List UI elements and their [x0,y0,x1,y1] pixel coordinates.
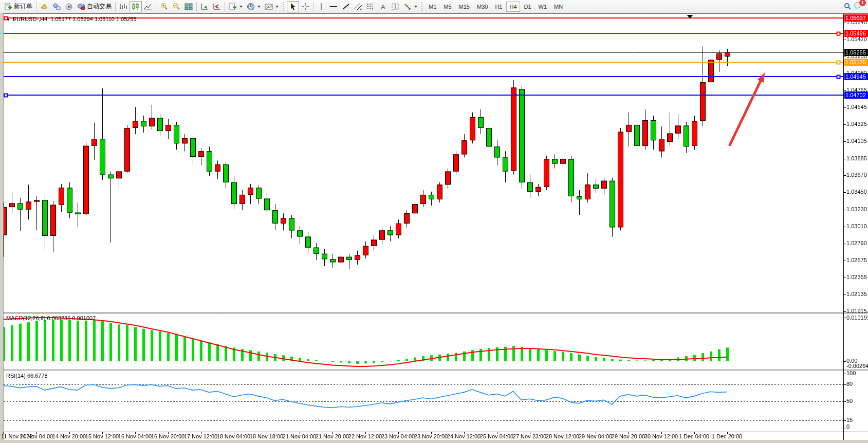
horizontal-line-icon [329,3,338,11]
fibonacci-icon: F [366,3,375,11]
candlestick-icon [132,3,140,11]
zoom-out-icon [172,3,180,11]
market-watch-button[interactable] [50,1,63,12]
macd-label: MACD(12,26,9) 0.003235 0.001007 [6,315,96,321]
channel-button[interactable]: E [352,1,364,12]
crosshair-button[interactable] [299,1,311,12]
tab-timeframe-MN[interactable]: MN [551,2,566,12]
tab-timeframe-M15[interactable]: M15 [456,2,473,12]
chevron-down-icon [239,6,243,8]
zoom-in-icon [160,3,168,11]
fibonacci-button[interactable]: F [364,1,377,12]
new-order-icon [4,3,12,11]
rsi-scale-label: 0 [846,423,849,430]
toolbar-separator [36,2,36,11]
date-tick-label: 24 Nov 12:00 [447,433,481,439]
date-tick-label: 25 Nov 04:00 [480,433,513,439]
shapes-dropdown[interactable] [401,1,419,12]
toolbar-separator [225,2,225,11]
cursor-button[interactable] [287,1,299,12]
new-order-label: 新订单 [14,2,32,11]
zoom-in-button[interactable] [158,1,170,12]
chevron-down-icon [257,6,261,8]
price-tick-label: 1.02135 [846,291,867,297]
toolbar: 新订单 自动交易 E F A T [0,0,868,13]
svg-text:F: F [372,7,374,10]
rsi-scale-label: 15 [846,417,853,423]
price-tick-label: 1.03230 [846,206,867,212]
price-line-badge: 1.05697 [844,14,868,22]
tab-timeframe-M30[interactable]: M30 [474,2,491,12]
search-icon [843,3,852,11]
text-label-button[interactable]: T [389,1,401,12]
date-tick-label: 29 Nov 04:00 [579,433,612,439]
rsi-scale-label: 80 [846,381,853,387]
line-chart-icon [144,3,152,11]
price-tick-label: 1.02575 [846,257,867,263]
periods-dropdown[interactable] [245,1,263,12]
price-line-badge: 1.04702 [844,91,868,99]
zoom-out-button[interactable] [170,1,182,12]
price-tick-label: 1.04325 [846,121,867,127]
notification-badge: 1 [859,0,866,6]
chart-title: ▼EURUSD-,H4 1.05177 1.05294 1.05110 1.05… [6,16,137,22]
wizard-icon [40,3,48,11]
timeframe-group: M1M5M15M30H1H4D1W1MN [426,2,566,12]
svg-text:E: E [360,7,362,10]
chart-canvas[interactable] [0,0,868,443]
new-order-button[interactable]: 新订单 [2,1,34,12]
toolbar-separator [196,2,197,11]
horizontal-line-button[interactable] [327,1,340,12]
rsi-label: RSI(14) 66.6778 [6,373,48,379]
price-tick-label: 1.03010 [846,223,867,229]
price-tick-label: 1.04105 [846,138,867,144]
date-tick-label: 29 Nov 20:00 [612,433,645,439]
tile-windows-button[interactable] [182,1,195,12]
notifications-button[interactable]: 1 [854,2,863,12]
tab-timeframe-H1[interactable]: H1 [492,2,505,12]
svg-text:T: T [394,4,397,10]
auto-scroll-button[interactable] [198,1,211,12]
mt4-app: 新订单 自动交易 E F A T [0,0,868,443]
tab-timeframe-M1[interactable]: M1 [426,2,439,12]
text-a-icon: A [379,3,387,11]
chevron-down-icon [414,6,417,8]
clock-icon [247,3,255,11]
rsi-scale-label: 100 [846,370,856,376]
bar-chart-button[interactable] [117,1,130,12]
toolbar-separator [115,2,116,11]
date-tick-label: 18 Nov 04:00 [217,433,250,439]
price-tick-label: 1.03885 [846,155,867,161]
macd-scale-max: 0.010191 [846,315,868,321]
chart-shift-button[interactable] [211,1,223,12]
date-tick-label: 14 Nov 04:00 [20,433,53,439]
trendline-button[interactable] [340,1,352,12]
tab-timeframe-D1[interactable]: D1 [521,2,534,12]
auto-scroll-icon [200,3,209,11]
vertical-line-button[interactable] [315,1,327,12]
rsi-scale-label: 50 [846,398,853,404]
date-tick-label: 15 Nov 12:00 [85,433,119,439]
new-chart-dropdown[interactable] [227,1,245,12]
signals-button[interactable] [63,1,75,12]
autotrading-button[interactable]: 自动交易 [75,1,114,12]
tab-timeframe-W1[interactable]: W1 [535,2,550,12]
price-tick-label: 1.02790 [846,240,867,246]
date-tick-label: 30 Nov 12:00 [644,433,678,439]
tile-windows-icon [184,3,193,11]
search-button[interactable] [841,1,854,12]
templates-dropdown[interactable] [263,1,281,12]
candlestick-chart-button[interactable] [130,1,142,12]
date-tick-label: 17 Nov 12:00 [184,433,217,439]
date-tick-label: 21 Nov 04:00 [283,433,316,439]
tab-timeframe-H4[interactable]: H4 [506,2,520,12]
line-chart-button[interactable] [142,1,154,12]
toolbar-grip [283,2,285,11]
shapes-icon [403,3,412,11]
date-tick-label: 21 Nov 20:00 [316,433,349,439]
symbol-period-label: EURUSD-,H4 [13,16,47,22]
text-button[interactable]: A [377,1,389,12]
date-tick-label: 14 Nov 20:00 [52,433,86,439]
chart-wizard-button[interactable] [38,1,50,12]
tab-timeframe-M5[interactable]: M5 [440,2,454,12]
